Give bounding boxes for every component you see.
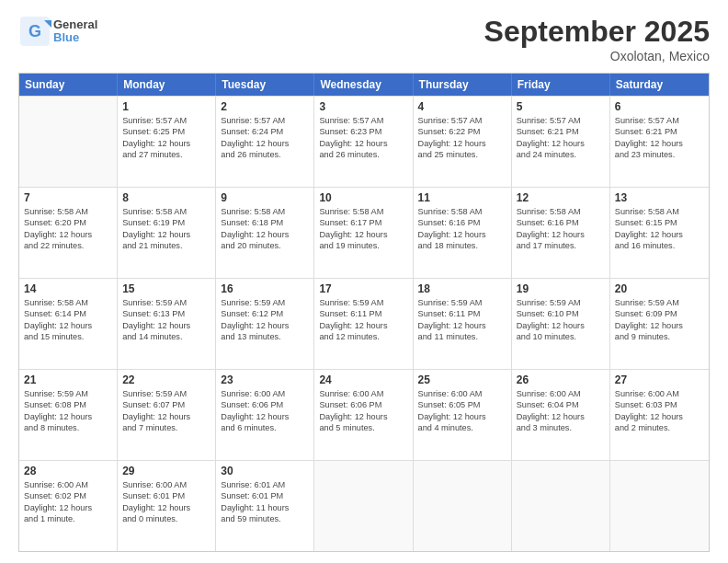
calendar: SundayMondayTuesdayWednesdayThursdayFrid…	[18, 73, 710, 552]
day-info: Sunrise: 5:59 AM Sunset: 6:11 PM Dayligh…	[319, 297, 407, 343]
day-info: Sunrise: 5:59 AM Sunset: 6:11 PM Dayligh…	[418, 297, 506, 343]
day-number: 24	[319, 373, 407, 386]
day-info: Sunrise: 6:00 AM Sunset: 6:02 PM Dayligh…	[24, 479, 112, 525]
header: G General Blue September 2025 Oxolotan, …	[18, 15, 710, 63]
day-number: 28	[24, 465, 112, 477]
day-number: 2	[221, 100, 309, 113]
calendar-cell: 15Sunrise: 5:59 AM Sunset: 6:13 PM Dayli…	[118, 279, 216, 369]
day-info: Sunrise: 6:00 AM Sunset: 6:06 PM Dayligh…	[319, 388, 407, 434]
header-cell-thursday: Thursday	[414, 74, 512, 96]
calendar-cell	[19, 97, 118, 187]
day-number: 18	[418, 282, 506, 295]
subtitle: Oxolotan, Mexico	[484, 49, 710, 63]
calendar-cell: 2Sunrise: 5:57 AM Sunset: 6:24 PM Daylig…	[216, 97, 314, 187]
day-info: Sunrise: 5:57 AM Sunset: 6:23 PM Dayligh…	[319, 115, 407, 161]
logo-blue: Blue	[53, 30, 79, 44]
svg-text:G: G	[28, 22, 41, 40]
day-info: Sunrise: 5:59 AM Sunset: 6:10 PM Dayligh…	[517, 297, 605, 343]
calendar-cell: 23Sunrise: 6:00 AM Sunset: 6:06 PM Dayli…	[216, 370, 314, 460]
day-info: Sunrise: 5:59 AM Sunset: 6:09 PM Dayligh…	[615, 297, 704, 343]
header-cell-tuesday: Tuesday	[216, 74, 314, 96]
day-info: Sunrise: 5:57 AM Sunset: 6:21 PM Dayligh…	[615, 115, 704, 161]
day-info: Sunrise: 6:00 AM Sunset: 6:06 PM Dayligh…	[221, 388, 309, 434]
calendar-cell: 25Sunrise: 6:00 AM Sunset: 6:05 PM Dayli…	[414, 370, 512, 460]
day-info: Sunrise: 5:58 AM Sunset: 6:18 PM Dayligh…	[221, 206, 309, 252]
day-info: Sunrise: 5:58 AM Sunset: 6:16 PM Dayligh…	[517, 206, 605, 252]
day-number: 3	[319, 100, 407, 113]
month-title: September 2025	[484, 15, 710, 49]
day-info: Sunrise: 6:00 AM Sunset: 6:05 PM Dayligh…	[418, 388, 506, 434]
header-cell-monday: Monday	[118, 74, 216, 96]
calendar-row-4: 21Sunrise: 5:59 AM Sunset: 6:08 PM Dayli…	[19, 369, 709, 460]
day-number: 14	[24, 282, 112, 295]
calendar-cell: 12Sunrise: 5:58 AM Sunset: 6:16 PM Dayli…	[512, 188, 610, 278]
day-info: Sunrise: 5:57 AM Sunset: 6:22 PM Dayligh…	[418, 115, 506, 161]
logo-general: General	[53, 17, 97, 31]
calendar-cell: 21Sunrise: 5:59 AM Sunset: 6:08 PM Dayli…	[19, 370, 118, 460]
day-info: Sunrise: 5:59 AM Sunset: 6:08 PM Dayligh…	[24, 388, 112, 434]
calendar-cell: 20Sunrise: 5:59 AM Sunset: 6:09 PM Dayli…	[610, 279, 709, 369]
calendar-cell: 1Sunrise: 5:57 AM Sunset: 6:25 PM Daylig…	[118, 97, 216, 187]
title-block: September 2025 Oxolotan, Mexico	[484, 15, 710, 63]
calendar-cell: 10Sunrise: 5:58 AM Sunset: 6:17 PM Dayli…	[314, 188, 413, 278]
day-number: 25	[418, 373, 506, 386]
calendar-cell: 11Sunrise: 5:58 AM Sunset: 6:16 PM Dayli…	[414, 188, 512, 278]
calendar-cell: 6Sunrise: 5:57 AM Sunset: 6:21 PM Daylig…	[610, 97, 709, 187]
calendar-cell: 18Sunrise: 5:59 AM Sunset: 6:11 PM Dayli…	[414, 279, 512, 369]
day-number: 22	[122, 373, 210, 386]
day-info: Sunrise: 5:58 AM Sunset: 6:19 PM Dayligh…	[122, 206, 210, 252]
day-number: 26	[517, 373, 605, 386]
day-number: 9	[221, 191, 309, 204]
day-info: Sunrise: 6:00 AM Sunset: 6:04 PM Dayligh…	[517, 388, 605, 434]
day-info: Sunrise: 5:58 AM Sunset: 6:14 PM Dayligh…	[24, 297, 112, 343]
day-info: Sunrise: 5:58 AM Sunset: 6:15 PM Dayligh…	[615, 206, 704, 252]
day-info: Sunrise: 5:57 AM Sunset: 6:24 PM Dayligh…	[221, 115, 309, 161]
day-number: 29	[122, 465, 210, 477]
day-number: 15	[122, 282, 210, 295]
calendar-cell: 9Sunrise: 5:58 AM Sunset: 6:18 PM Daylig…	[216, 188, 314, 278]
calendar-cell: 14Sunrise: 5:58 AM Sunset: 6:14 PM Dayli…	[19, 279, 118, 369]
calendar-cell: 16Sunrise: 5:59 AM Sunset: 6:12 PM Dayli…	[216, 279, 314, 369]
day-number: 16	[221, 282, 309, 295]
day-number: 17	[319, 282, 407, 295]
day-info: Sunrise: 6:00 AM Sunset: 6:01 PM Dayligh…	[122, 479, 210, 525]
day-info: Sunrise: 5:58 AM Sunset: 6:20 PM Dayligh…	[24, 206, 112, 252]
calendar-cell: 7Sunrise: 5:58 AM Sunset: 6:20 PM Daylig…	[19, 188, 118, 278]
day-info: Sunrise: 5:59 AM Sunset: 6:07 PM Dayligh…	[122, 388, 210, 434]
day-number: 4	[418, 100, 506, 113]
day-info: Sunrise: 5:58 AM Sunset: 6:17 PM Dayligh…	[319, 206, 407, 252]
day-number: 30	[221, 465, 309, 477]
day-number: 10	[319, 191, 407, 204]
calendar-cell	[414, 461, 512, 551]
header-cell-saturday: Saturday	[610, 74, 709, 96]
header-cell-wednesday: Wednesday	[314, 74, 413, 96]
logo-icon: G	[18, 15, 51, 48]
calendar-row-1: 1Sunrise: 5:57 AM Sunset: 6:25 PM Daylig…	[19, 96, 709, 187]
calendar-cell: 24Sunrise: 6:00 AM Sunset: 6:06 PM Dayli…	[314, 370, 413, 460]
day-number: 11	[418, 191, 506, 204]
day-number: 12	[517, 191, 605, 204]
logo: G General Blue	[18, 15, 97, 48]
day-info: Sunrise: 5:57 AM Sunset: 6:25 PM Dayligh…	[122, 115, 210, 161]
calendar-cell: 17Sunrise: 5:59 AM Sunset: 6:11 PM Dayli…	[314, 279, 413, 369]
calendar-cell: 13Sunrise: 5:58 AM Sunset: 6:15 PM Dayli…	[610, 188, 709, 278]
calendar-cell	[610, 461, 709, 551]
calendar-row-2: 7Sunrise: 5:58 AM Sunset: 6:20 PM Daylig…	[19, 187, 709, 278]
calendar-cell	[512, 461, 610, 551]
header-cell-sunday: Sunday	[19, 74, 118, 96]
day-number: 1	[122, 100, 210, 113]
day-number: 21	[24, 373, 112, 386]
day-number: 7	[24, 191, 112, 204]
calendar-cell: 27Sunrise: 6:00 AM Sunset: 6:03 PM Dayli…	[610, 370, 709, 460]
day-info: Sunrise: 6:01 AM Sunset: 6:01 PM Dayligh…	[221, 479, 309, 525]
day-number: 5	[517, 100, 605, 113]
page: G General Blue September 2025 Oxolotan, …	[0, 0, 728, 563]
calendar-cell: 28Sunrise: 6:00 AM Sunset: 6:02 PM Dayli…	[19, 461, 118, 551]
day-number: 13	[615, 191, 704, 204]
calendar-cell	[314, 461, 413, 551]
day-info: Sunrise: 6:00 AM Sunset: 6:03 PM Dayligh…	[615, 388, 704, 434]
calendar-row-5: 28Sunrise: 6:00 AM Sunset: 6:02 PM Dayli…	[19, 460, 709, 551]
calendar-header: SundayMondayTuesdayWednesdayThursdayFrid…	[19, 74, 709, 96]
calendar-cell: 3Sunrise: 5:57 AM Sunset: 6:23 PM Daylig…	[314, 97, 413, 187]
day-info: Sunrise: 5:59 AM Sunset: 6:13 PM Dayligh…	[122, 297, 210, 343]
